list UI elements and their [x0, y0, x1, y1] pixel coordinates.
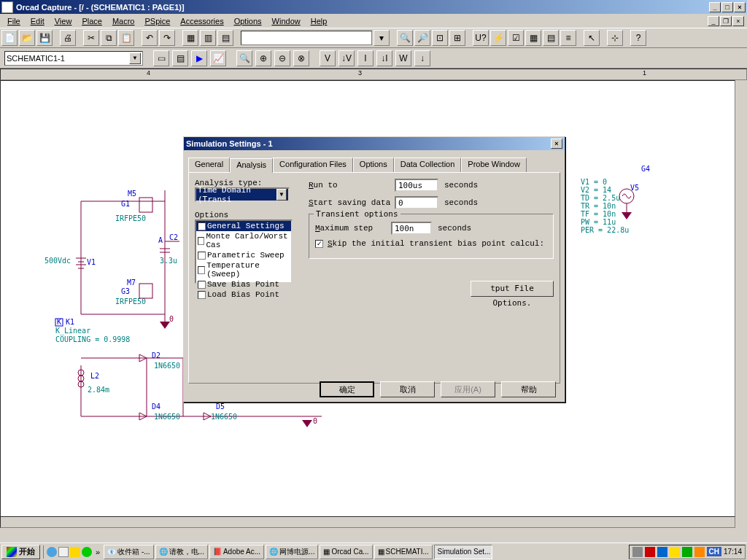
- tray-icon-2[interactable]: [645, 547, 655, 557]
- save-button[interactable]: 💾: [36, 30, 53, 46]
- horizontal-scrollbar[interactable]: [0, 516, 735, 528]
- copy-button[interactable]: ⧉: [101, 30, 117, 46]
- quick-icon-b[interactable]: [82, 547, 92, 557]
- w-button[interactable]: W: [395, 50, 411, 66]
- print-button[interactable]: 🖨: [60, 30, 76, 46]
- tool-netlist[interactable]: ▦: [525, 30, 541, 46]
- dialog-close-button[interactable]: ×: [551, 139, 562, 149]
- tool-xref[interactable]: ▤: [543, 30, 559, 46]
- snap-button[interactable]: ⊹: [607, 30, 623, 46]
- sim-edit-button[interactable]: ▤: [172, 50, 188, 66]
- v-button[interactable]: V: [320, 50, 336, 66]
- maximize-button[interactable]: □: [721, 2, 733, 12]
- tray-icon-1[interactable]: [632, 547, 643, 557]
- option-temperature-sweep[interactable]: Temperature (Sweep): [196, 260, 291, 279]
- zoom-out-button[interactable]: 🔎: [414, 30, 430, 46]
- menu-macro[interactable]: Macro: [108, 15, 139, 27]
- schematic-select[interactable]: SCHEMATIC1-1 ▼: [4, 51, 143, 66]
- menu-window[interactable]: Window: [268, 15, 305, 27]
- task-adobe[interactable]: 📕Adobe Ac...: [209, 545, 264, 559]
- tray-icon-5[interactable]: [682, 547, 692, 557]
- tray-icon-3[interactable]: [657, 547, 667, 557]
- task-ie[interactable]: 🌐请教，电...: [155, 545, 208, 559]
- explorer-icon[interactable]: [58, 547, 69, 557]
- start-button[interactable]: 开始: [1, 545, 40, 559]
- mdi-minimize-button[interactable]: _: [708, 16, 719, 26]
- tool-c[interactable]: ▤: [217, 30, 233, 46]
- tab-data-collection[interactable]: Data Collection: [394, 158, 462, 172]
- undo-button[interactable]: ↶: [142, 30, 158, 46]
- redo-button[interactable]: ↷: [159, 30, 175, 46]
- output-file-options-button[interactable]: tput File Options.: [471, 281, 554, 297]
- max-step-input[interactable]: [391, 222, 432, 235]
- analysis-type-select[interactable]: Time Domain (Transi ▼: [195, 187, 290, 202]
- close-button[interactable]: ×: [734, 2, 746, 12]
- help-button[interactable]: ?: [630, 30, 646, 46]
- apply-button[interactable]: 应用(A): [441, 381, 495, 397]
- minimize-button[interactable]: _: [709, 2, 721, 12]
- marker-w-button[interactable]: ⊖: [274, 50, 290, 66]
- tool-a[interactable]: ▦: [182, 30, 198, 46]
- pointer-button[interactable]: ↖: [584, 30, 600, 46]
- new-button[interactable]: 📄: [1, 30, 18, 46]
- w-drop-button[interactable]: ↓: [414, 50, 430, 66]
- option-parametric-sweep[interactable]: Parametric Sweep: [196, 250, 291, 260]
- menu-help[interactable]: Help: [306, 15, 332, 27]
- tool-u[interactable]: U?: [473, 30, 489, 46]
- menu-options[interactable]: Options: [230, 15, 266, 27]
- skip-initial-checkbox[interactable]: ✓: [315, 240, 323, 248]
- menu-edit[interactable]: Edit: [26, 15, 49, 27]
- ok-button[interactable]: 确定: [320, 381, 374, 397]
- quick-icon-a[interactable]: [70, 547, 80, 557]
- zoom-in-button[interactable]: 🔍: [397, 30, 413, 46]
- tab-options[interactable]: Options: [353, 158, 394, 172]
- menu-place[interactable]: Place: [77, 15, 107, 27]
- open-button[interactable]: 📂: [19, 30, 35, 46]
- view-results-button[interactable]: 📈: [210, 50, 226, 66]
- marker-i-button[interactable]: ⊕: [255, 50, 271, 66]
- part-search-input[interactable]: [241, 31, 372, 45]
- zoom-fit-button[interactable]: ⊞: [449, 30, 465, 46]
- tray-icon-4[interactable]: [670, 547, 680, 557]
- menu-view[interactable]: View: [50, 15, 77, 27]
- option-save-bias[interactable]: Save Bias Point: [196, 279, 291, 289]
- search-dropdown-button[interactable]: ▾: [374, 30, 390, 46]
- marker-v-button[interactable]: 🔍: [236, 50, 252, 66]
- i-drop-button[interactable]: ↓I: [376, 50, 392, 66]
- run-to-input[interactable]: [395, 179, 438, 192]
- tab-probe-window[interactable]: Probe Window: [461, 158, 527, 172]
- task-schematic[interactable]: ▦SCHEMATI...: [374, 545, 433, 559]
- paste-button[interactable]: 📋: [118, 30, 134, 46]
- option-general-settings[interactable]: ✓General Settings: [196, 221, 291, 231]
- options-listbox[interactable]: ✓General Settings Monte Carlo/Worst Cas …: [195, 219, 293, 284]
- mdi-restore-button[interactable]: ❐: [720, 16, 732, 26]
- tab-general[interactable]: General: [188, 158, 230, 172]
- menu-file[interactable]: File: [3, 15, 25, 27]
- cut-button[interactable]: ✂: [83, 30, 99, 46]
- menu-accessories[interactable]: Accessories: [176, 15, 228, 27]
- cancel-button[interactable]: 取消: [380, 381, 435, 397]
- menu-pspice[interactable]: PSpice: [140, 15, 174, 27]
- task-simulation-settings[interactable]: Simulation Set...: [434, 545, 492, 559]
- marker-adv-button[interactable]: ⊗: [293, 50, 309, 66]
- tab-config-files[interactable]: Configuration Files: [273, 158, 353, 172]
- tool-b[interactable]: ▥: [200, 30, 216, 46]
- mdi-close-button[interactable]: ×: [732, 16, 744, 26]
- task-web[interactable]: 🌐网博电源...: [266, 545, 318, 559]
- ie-icon[interactable]: [47, 547, 57, 557]
- sim-profile-button[interactable]: ▭: [153, 50, 169, 66]
- zoom-area-button[interactable]: ⊡: [432, 30, 448, 46]
- tab-analysis[interactable]: Analysis: [230, 158, 273, 173]
- start-saving-input[interactable]: [395, 196, 438, 209]
- tray-icon-6[interactable]: [694, 547, 705, 557]
- tool-drc[interactable]: ☑: [508, 30, 524, 46]
- help-dialog-button[interactable]: 帮助: [501, 381, 556, 397]
- tool-bom[interactable]: ≡: [560, 30, 576, 46]
- task-orcad[interactable]: ▦Orcad Ca...: [320, 545, 372, 559]
- run-button[interactable]: ▶: [191, 50, 207, 66]
- i-button[interactable]: I: [357, 50, 374, 66]
- dialog-titlebar[interactable]: Simulation Settings - 1 ×: [184, 137, 565, 150]
- option-monte-carlo[interactable]: Monte Carlo/Worst Cas: [196, 231, 291, 250]
- tool-annotate[interactable]: ⚡: [490, 30, 506, 46]
- v-drop-button[interactable]: ↓V: [338, 50, 355, 66]
